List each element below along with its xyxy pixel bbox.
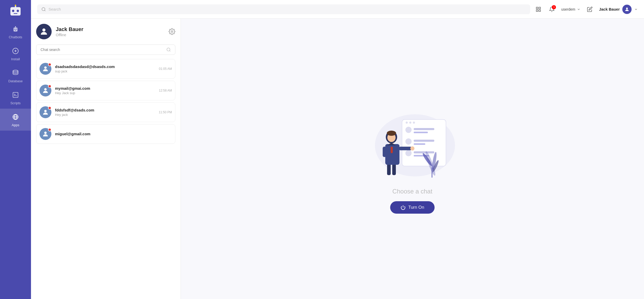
chat-avatar-3 bbox=[40, 128, 51, 140]
svg-rect-46 bbox=[399, 147, 412, 150]
chat-search-input[interactable] bbox=[41, 48, 164, 52]
chat-item-1[interactable]: mymail@gmai.com Hey Jack sup 12:58 AM bbox=[36, 81, 175, 100]
svg-point-9 bbox=[13, 70, 18, 72]
sidebar-scripts-label: Scripts bbox=[10, 101, 21, 105]
chat-item-email-1: mymail@gmai.com bbox=[55, 86, 155, 91]
workspace-label: userdem bbox=[561, 7, 575, 11]
chat-search-bar[interactable] bbox=[36, 44, 175, 55]
chat-user-info: Jack Bauer Offline bbox=[56, 26, 164, 37]
sidebar: Chatbots Install Database Scripts Apps bbox=[0, 0, 31, 299]
illustration bbox=[368, 104, 456, 182]
chevron-down-icon bbox=[577, 8, 580, 11]
chat-user-status: Offline bbox=[56, 33, 164, 37]
svg-rect-32 bbox=[414, 128, 434, 130]
database-icon bbox=[11, 68, 20, 78]
chat-item-time-2: 11:50 PM bbox=[159, 110, 172, 114]
svg-point-41 bbox=[409, 122, 411, 124]
svg-point-21 bbox=[42, 28, 45, 32]
avatar bbox=[622, 5, 632, 14]
chat-user-avatar bbox=[36, 24, 52, 39]
svg-point-37 bbox=[405, 150, 412, 156]
sidebar-item-scripts[interactable]: Scripts bbox=[0, 87, 31, 109]
power-icon bbox=[400, 205, 406, 210]
svg-rect-43 bbox=[387, 163, 391, 175]
svg-rect-19 bbox=[539, 10, 540, 11]
chat-search-icon bbox=[166, 47, 171, 52]
sidebar-item-chatbots[interactable]: Chatbots bbox=[0, 21, 31, 43]
fullscreen-button[interactable] bbox=[534, 5, 543, 13]
turn-on-button[interactable]: Turn On bbox=[390, 201, 435, 214]
svg-point-1 bbox=[12, 10, 14, 12]
choose-chat-text: Choose a chat bbox=[392, 188, 433, 195]
chatbots-icon bbox=[11, 24, 20, 34]
svg-point-28 bbox=[44, 132, 46, 134]
chat-user-name: Jack Bauer bbox=[56, 26, 164, 32]
notifications-button[interactable]: 1 bbox=[548, 5, 556, 13]
svg-rect-4 bbox=[15, 6, 16, 8]
svg-point-22 bbox=[171, 31, 173, 33]
online-dot-0 bbox=[48, 63, 51, 66]
svg-rect-0 bbox=[10, 7, 21, 16]
svg-rect-44 bbox=[392, 163, 396, 175]
chat-user-header: Jack Bauer Offline bbox=[36, 24, 175, 39]
svg-point-5 bbox=[15, 5, 16, 6]
chat-list: dsadsadsdasdasd@dsasds.com sup jack 01:0… bbox=[36, 59, 175, 145]
sidebar-install-label: Install bbox=[11, 57, 20, 61]
chat-panel: Jack Bauer Offline bbox=[31, 19, 181, 299]
svg-rect-3 bbox=[14, 13, 17, 14]
chat-item-info-2: fddsfsdf@dsads.com Hey jack bbox=[55, 108, 155, 117]
svg-rect-17 bbox=[539, 7, 540, 9]
chat-item-info-3: miguel@gmail.com bbox=[55, 132, 168, 137]
svg-point-34 bbox=[405, 138, 412, 145]
svg-line-24 bbox=[169, 50, 170, 51]
svg-point-52 bbox=[387, 131, 396, 136]
svg-rect-38 bbox=[414, 151, 434, 153]
chat-item-info-1: mymail@gmai.com Hey Jack sup bbox=[55, 86, 155, 95]
sidebar-item-database[interactable]: Database bbox=[0, 65, 31, 87]
logo[interactable] bbox=[8, 3, 23, 19]
workspace-selector[interactable]: userdem bbox=[561, 7, 580, 11]
user-chevron-icon bbox=[634, 8, 638, 11]
svg-rect-36 bbox=[414, 143, 425, 145]
chat-avatar-0 bbox=[40, 63, 51, 75]
online-dot-3 bbox=[48, 128, 51, 131]
sidebar-item-install[interactable]: Install bbox=[0, 43, 31, 65]
user-profile[interactable]: Jack Bauer bbox=[599, 5, 638, 14]
right-panel: Choose a chat Turn On bbox=[181, 19, 644, 299]
chat-item-2[interactable]: fddsfsdf@dsads.com Hey jack 11:50 PM bbox=[36, 102, 175, 122]
svg-point-25 bbox=[44, 66, 46, 69]
user-name: Jack Bauer bbox=[599, 7, 620, 11]
chat-item-3[interactable]: miguel@gmail.com bbox=[36, 124, 175, 144]
chat-item-time-1: 12:58 AM bbox=[159, 89, 172, 92]
svg-rect-58 bbox=[431, 167, 433, 178]
scripts-icon bbox=[11, 90, 20, 100]
online-dot-2 bbox=[48, 106, 51, 110]
svg-point-31 bbox=[405, 127, 412, 133]
compose-button[interactable] bbox=[586, 5, 594, 13]
content-area: Jack Bauer Offline bbox=[31, 19, 644, 299]
svg-point-40 bbox=[406, 122, 408, 124]
sidebar-item-apps[interactable]: Apps bbox=[0, 109, 31, 131]
turn-on-label: Turn On bbox=[408, 205, 424, 210]
notification-count: 1 bbox=[552, 5, 556, 9]
apps-icon bbox=[11, 112, 20, 122]
chat-item-preview-0: sup jack bbox=[55, 69, 155, 73]
chat-item-0[interactable]: dsadsadsdasdasd@dsasds.com sup jack 01:0… bbox=[36, 59, 175, 79]
chat-item-preview-1: Hey Jack sup bbox=[55, 91, 155, 95]
svg-line-15 bbox=[44, 10, 45, 11]
chat-item-info-0: dsadsadsdasdasd@dsasds.com sup jack bbox=[55, 64, 155, 73]
topbar-actions: 1 userdem Jack Bauer bbox=[534, 5, 638, 14]
svg-rect-18 bbox=[536, 10, 538, 11]
sidebar-database-label: Database bbox=[8, 79, 23, 83]
sidebar-apps-label: Apps bbox=[12, 123, 19, 127]
search-bar[interactable]: Search bbox=[37, 4, 530, 14]
search-placeholder: Search bbox=[49, 7, 61, 11]
svg-point-20 bbox=[626, 8, 628, 9]
settings-button[interactable] bbox=[169, 28, 175, 35]
svg-rect-47 bbox=[383, 147, 386, 157]
svg-point-42 bbox=[413, 122, 415, 124]
install-icon bbox=[11, 46, 20, 56]
svg-point-48 bbox=[410, 146, 414, 151]
svg-point-2 bbox=[17, 10, 19, 12]
chat-item-email-3: miguel@gmail.com bbox=[55, 132, 168, 136]
